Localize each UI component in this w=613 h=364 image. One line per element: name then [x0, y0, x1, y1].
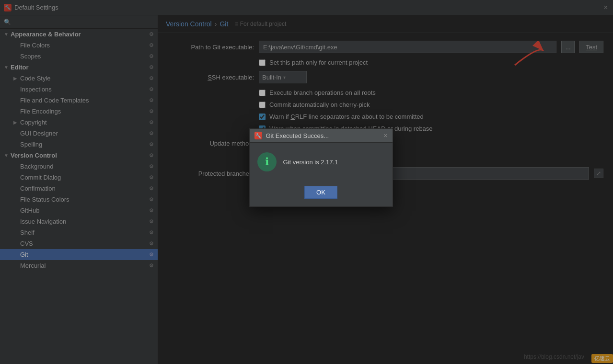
modal-app-icon: 🔧	[254, 132, 262, 139]
modal-dialog: 🔧 Git Executed Succes... × ℹ Git version…	[249, 128, 393, 207]
modal-overlay: 🔧 Git Executed Succes... × ℹ Git version…	[0, 0, 613, 364]
modal-footer: OK	[250, 181, 393, 206]
modal-title-left: 🔧 Git Executed Succes...	[254, 132, 329, 139]
modal-title-bar: 🔧 Git Executed Succes... ×	[250, 129, 393, 143]
modal-body: ℹ Git version is 2.17.1	[250, 143, 393, 181]
info-icon: ℹ	[257, 152, 277, 171]
modal-title: Git Executed Succes...	[266, 132, 329, 139]
modal-ok-button[interactable]: OK	[304, 186, 337, 199]
modal-message: Git version is 2.17.1	[283, 159, 338, 166]
modal-close-button[interactable]: ×	[383, 132, 387, 139]
